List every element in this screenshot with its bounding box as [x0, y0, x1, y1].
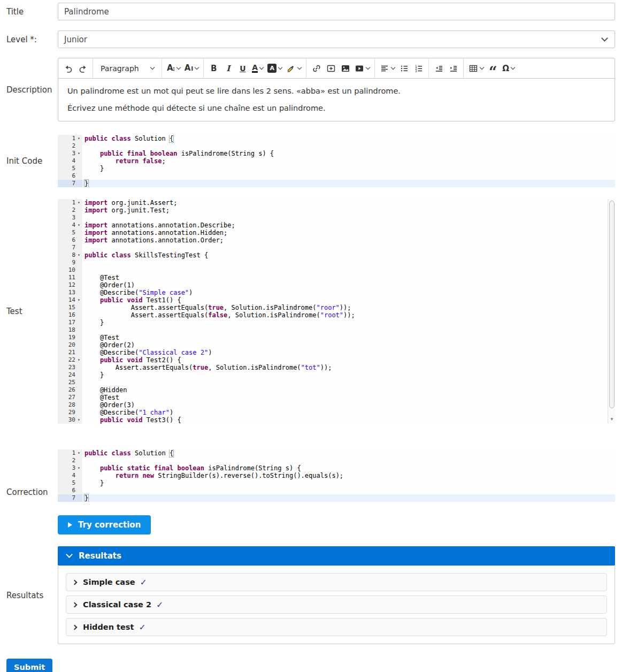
fold-arrow-icon[interactable]: ▾ [75, 135, 82, 142]
gutter-line-number[interactable]: 4 [58, 472, 82, 479]
gutter-line-number[interactable]: 12 [58, 281, 82, 289]
gutter-line-number[interactable]: 2 [58, 207, 82, 214]
gutter-line-number[interactable]: 5 [58, 229, 82, 236]
link-button[interactable] [309, 60, 324, 77]
indent-button[interactable] [446, 60, 460, 77]
scrollbar-thumb[interactable] [609, 201, 615, 408]
gutter-line-number[interactable]: 7 [58, 180, 82, 187]
code-text: @Test [82, 274, 615, 281]
code-text: import org.junit.Assert; [82, 199, 615, 207]
fold-arrow-icon[interactable]: ▾ [75, 464, 82, 472]
italic-button[interactable]: I [221, 60, 235, 77]
correction-code-editor[interactable]: 1▾public class Solution {23▾ public stat… [58, 449, 615, 502]
submit-button[interactable]: Submit [6, 659, 52, 672]
gutter-line-number[interactable]: 30▾ [58, 416, 82, 424]
code-line: 2 [58, 457, 615, 464]
gutter-line-number[interactable]: 10 [58, 266, 82, 274]
gutter-line-number[interactable]: 2 [58, 142, 82, 150]
fold-arrow-icon[interactable]: ▾ [75, 222, 82, 229]
fold-arrow-icon[interactable]: ▾ [75, 449, 82, 457]
gutter-line-number[interactable]: 23 [58, 364, 82, 371]
outdent-button[interactable] [432, 60, 446, 77]
results-header[interactable]: Resultats [58, 546, 615, 566]
underline-icon: U [240, 64, 245, 73]
gutter-line-number[interactable]: 7 [58, 494, 82, 502]
bulleted-list-button[interactable] [397, 60, 411, 77]
gutter-line-number[interactable]: 1▾ [58, 199, 82, 207]
media-button[interactable] [352, 60, 372, 77]
gutter-line-number[interactable]: 5 [58, 165, 82, 172]
gutter-line-number[interactable]: 28 [58, 401, 82, 409]
gutter-line-number[interactable]: 4 [58, 157, 82, 165]
gutter-line-number[interactable]: 2 [58, 457, 82, 464]
align-button[interactable] [378, 60, 397, 77]
init-code-editor[interactable]: 1▾public class Solution {23▾ public fina… [58, 135, 615, 187]
paragraph-dropdown[interactable]: Paragraph [96, 60, 159, 77]
gutter-line-number[interactable]: 13 [58, 289, 82, 296]
result-row[interactable]: Simple case✓ [66, 573, 607, 591]
font-background-button[interactable]: A [265, 60, 284, 77]
gutter-line-number[interactable]: 26 [58, 386, 82, 394]
code-line: 2import org.junit.Test; [58, 207, 615, 214]
gutter-line-number[interactable]: 29 [58, 409, 82, 416]
block-quote-button[interactable]: “ [486, 60, 500, 77]
level-select[interactable]: Junior [58, 30, 615, 48]
gutter-line-number[interactable]: 1▾ [58, 135, 82, 142]
gutter-line-number[interactable]: 17 [58, 319, 82, 326]
gutter-line-number[interactable]: 19 [58, 334, 82, 341]
gutter-line-number[interactable]: 6 [58, 487, 82, 494]
result-row[interactable]: Hidden test✓ [66, 618, 607, 636]
chevron-down-icon [480, 65, 484, 70]
fold-arrow-icon[interactable]: ▾ [75, 150, 82, 157]
result-row[interactable]: Classical case 2✓ [66, 595, 607, 614]
editor-scrollbar[interactable]: ▾ [608, 199, 615, 424]
gutter-line-number[interactable]: 3▾ [58, 464, 82, 472]
image-button[interactable] [338, 60, 352, 77]
gutter-line-number[interactable]: 27 [58, 394, 82, 401]
fold-arrow-icon[interactable]: ▾ [75, 356, 82, 364]
gutter-line-number[interactable]: 20 [58, 341, 82, 349]
fold-arrow-icon[interactable]: ▾ [75, 296, 82, 304]
gutter-line-number[interactable]: 25 [58, 379, 82, 386]
gutter-line-number[interactable]: 21 [58, 349, 82, 356]
fold-arrow-icon[interactable]: ▾ [75, 416, 82, 424]
undo-button[interactable] [61, 60, 75, 77]
test-code-editor[interactable]: 1▾import org.junit.Assert;2import org.ju… [58, 199, 615, 424]
gutter-line-number[interactable]: 8▾ [58, 251, 82, 259]
description-content[interactable]: Un palindrome est un mot qui peut se lir… [58, 79, 615, 121]
gutter-line-number[interactable]: 16 [58, 311, 82, 319]
gutter-line-number[interactable]: 5 [58, 479, 82, 487]
insert-file-button[interactable] [324, 60, 338, 77]
gutter-line-number[interactable]: 22▾ [58, 356, 82, 364]
underline-button[interactable]: U [235, 60, 250, 77]
scrollbar-down-arrow-icon[interactable]: ▾ [608, 415, 615, 423]
numbered-list-button[interactable]: 123 [411, 60, 426, 77]
gutter-line-number[interactable]: 7 [58, 244, 82, 251]
title-input[interactable] [58, 3, 615, 20]
bold-button[interactable]: B [206, 60, 221, 77]
gutter-line-number[interactable]: 14▾ [58, 296, 82, 304]
font-size-button[interactable]: A▴▾ [165, 60, 182, 77]
gutter-line-number[interactable]: 4▾ [58, 222, 82, 229]
redo-button[interactable] [75, 60, 90, 77]
toolbar-separator [306, 58, 306, 78]
gutter-line-number[interactable]: 3 [58, 214, 82, 222]
try-correction-button[interactable]: Try correction [58, 515, 151, 534]
gutter-line-number[interactable]: 11 [58, 274, 82, 281]
gutter-line-number[interactable]: 6 [58, 172, 82, 180]
font-family-button[interactable]: AI [182, 60, 201, 77]
gutter-line-number[interactable]: 1▾ [58, 449, 82, 457]
highlight-button[interactable] [284, 60, 303, 77]
code-text: @Order(2) [82, 341, 615, 349]
special-characters-button[interactable]: Ω [500, 60, 517, 77]
gutter-line-number[interactable]: 3▾ [58, 150, 82, 157]
gutter-line-number[interactable]: 24 [58, 371, 82, 379]
gutter-line-number[interactable]: 18 [58, 326, 82, 334]
table-button[interactable] [466, 60, 486, 77]
fold-arrow-icon[interactable]: ▾ [75, 199, 82, 207]
fold-arrow-icon[interactable]: ▾ [75, 251, 82, 259]
gutter-line-number[interactable]: 6 [58, 236, 82, 244]
gutter-line-number[interactable]: 9 [58, 259, 82, 266]
gutter-line-number[interactable]: 15 [58, 304, 82, 311]
font-color-button[interactable]: A [250, 60, 265, 77]
